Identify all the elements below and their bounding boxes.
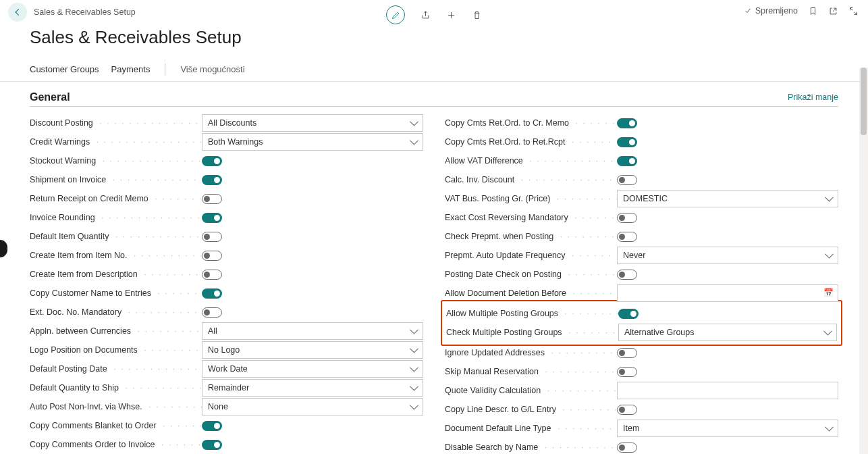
field-row: Skip Manual Reservation bbox=[445, 362, 838, 381]
toggle[interactable] bbox=[617, 443, 637, 453]
section-title: General bbox=[30, 91, 70, 103]
select[interactable]: Remainder bbox=[202, 379, 423, 397]
toggle[interactable] bbox=[202, 270, 222, 280]
select[interactable]: All bbox=[202, 322, 423, 340]
select[interactable]: All Discounts bbox=[202, 114, 423, 132]
toggle[interactable] bbox=[617, 175, 637, 185]
date-input[interactable] bbox=[617, 284, 838, 302]
field-row: Check Prepmt. when Posting bbox=[445, 227, 838, 246]
share-button[interactable] bbox=[420, 9, 431, 20]
select[interactable]: None bbox=[202, 398, 423, 415]
highlight-box: Allow Multiple Posting GroupsCheck Multi… bbox=[441, 300, 842, 346]
toggle[interactable] bbox=[202, 194, 222, 204]
field-row: Prepmt. Auto Update FrequencyNever bbox=[445, 246, 838, 265]
field-label: Copy Cmts Ret.Ord. to Cr. Memo bbox=[445, 118, 617, 128]
select[interactable]: Never bbox=[617, 247, 838, 264]
field-row: Copy Line Descr. to G/L Entry bbox=[445, 400, 838, 419]
edit-button[interactable] bbox=[386, 5, 405, 24]
toggle[interactable] bbox=[617, 405, 637, 415]
field-label: Allow Multiple Posting Groups bbox=[446, 309, 618, 318]
page-title: Sales & Receivables Setup bbox=[30, 27, 868, 48]
popout-button[interactable] bbox=[828, 5, 838, 16]
field-row: Logo Position on DocumentsNo Logo bbox=[30, 340, 423, 359]
toggle[interactable] bbox=[202, 251, 222, 261]
field-row: Allow Multiple Posting Groups bbox=[446, 304, 837, 323]
field-label: Copy Cmts Ret.Ord. to Ret.Rcpt bbox=[445, 137, 617, 147]
toggle[interactable] bbox=[202, 307, 222, 318]
field-row: Quote Validity Calculation bbox=[445, 381, 838, 400]
field-label: Default Quantity to Ship bbox=[30, 383, 202, 393]
field-row: Credit WarningsBoth Warnings bbox=[30, 132, 423, 151]
show-less-link[interactable]: Prikaži manje bbox=[788, 93, 838, 102]
select[interactable]: Alternative Groups bbox=[618, 324, 837, 341]
popout-icon bbox=[828, 6, 838, 16]
select[interactable]: Both Warnings bbox=[202, 133, 423, 151]
arrow-left-icon bbox=[13, 7, 22, 17]
check-icon bbox=[744, 7, 752, 15]
field-row: Exact Cost Reversing Mandatory bbox=[445, 208, 838, 227]
field-label: Copy Customer Name to Entries bbox=[30, 288, 202, 298]
toggle[interactable] bbox=[617, 213, 637, 223]
field-label: Allow VAT Difference bbox=[445, 156, 617, 166]
select[interactable]: DOMESTIC bbox=[617, 190, 838, 207]
field-row: Create Item from Item No. bbox=[30, 246, 423, 265]
field-label: Calc. Inv. Discount bbox=[445, 175, 617, 184]
breadcrumb: Sales & Receivables Setup bbox=[34, 7, 136, 17]
field-row: Invoice Rounding bbox=[30, 208, 423, 227]
toggle[interactable] bbox=[617, 348, 637, 358]
field-row: Default Quantity to ShipRemainder bbox=[30, 378, 423, 397]
field-label: Create Item from Item No. bbox=[30, 251, 202, 260]
toggle[interactable] bbox=[202, 288, 222, 299]
field-label: Prepmt. Auto Update Frequency bbox=[445, 251, 617, 260]
field-label: Copy Comments Order to Invoice bbox=[30, 440, 202, 449]
field-label: Document Default Line Type bbox=[445, 424, 617, 433]
field-label: Exact Cost Reversing Mandatory bbox=[445, 213, 617, 222]
toggle[interactable] bbox=[202, 440, 222, 450]
field-label: Skip Manual Reservation bbox=[445, 367, 617, 376]
toggle[interactable] bbox=[202, 175, 222, 185]
toggle[interactable] bbox=[617, 118, 637, 128]
toggle[interactable] bbox=[617, 137, 637, 147]
field-row: Disable Search by Name bbox=[445, 438, 838, 454]
back-button[interactable] bbox=[8, 3, 27, 22]
action-more[interactable]: Više mogućnosti bbox=[180, 64, 244, 74]
action-customer-groups[interactable]: Customer Groups bbox=[30, 64, 99, 74]
bookmark-icon bbox=[808, 6, 818, 16]
field-row: Appln. between CurrenciesAll bbox=[30, 322, 423, 340]
trash-icon bbox=[472, 10, 482, 20]
delete-button[interactable] bbox=[471, 9, 482, 20]
field-label: Allow Document Deletion Before bbox=[445, 288, 617, 298]
field-label: Logo Position on Documents bbox=[30, 345, 202, 355]
vertical-scrollbar-thumb[interactable] bbox=[861, 68, 867, 135]
text-input[interactable] bbox=[617, 382, 838, 399]
field-label: Stockout Warning bbox=[30, 156, 202, 166]
new-button[interactable] bbox=[445, 9, 456, 20]
select[interactable]: Item bbox=[617, 420, 838, 437]
toggle[interactable] bbox=[617, 232, 637, 242]
action-payments[interactable]: Payments bbox=[111, 64, 151, 74]
select[interactable]: No Logo bbox=[202, 341, 423, 359]
bookmark-button[interactable] bbox=[807, 5, 818, 16]
toggle[interactable] bbox=[617, 367, 637, 377]
field-row: Default Posting DateWork Date bbox=[30, 359, 423, 378]
field-row: Auto Post Non-Invt. via Whse.None bbox=[30, 397, 423, 416]
saved-status: Spremljeno bbox=[744, 6, 798, 16]
select[interactable]: Work Date bbox=[202, 360, 423, 378]
toggle[interactable] bbox=[618, 309, 639, 319]
toggle[interactable] bbox=[617, 270, 637, 280]
field-label: Auto Post Non-Invt. via Whse. bbox=[30, 402, 202, 411]
toggle[interactable] bbox=[202, 213, 222, 223]
field-row: Copy Comments Order to Invoice bbox=[30, 435, 423, 454]
field-label: Ext. Doc. No. Mandatory bbox=[30, 307, 202, 317]
toggle[interactable] bbox=[202, 232, 222, 242]
field-label: Default Posting Date bbox=[30, 364, 202, 374]
collapse-button[interactable] bbox=[848, 5, 859, 16]
field-row: Ignore Updated Addresses bbox=[445, 343, 838, 362]
field-label: Ignore Updated Addresses bbox=[445, 348, 617, 357]
toggle[interactable] bbox=[617, 156, 637, 166]
toggle[interactable] bbox=[202, 421, 222, 431]
field-row: VAT Bus. Posting Gr. (Price)DOMESTIC bbox=[445, 189, 838, 208]
toggle[interactable] bbox=[202, 156, 222, 166]
field-label: VAT Bus. Posting Gr. (Price) bbox=[445, 194, 617, 203]
field-label: Disable Search by Name bbox=[445, 443, 617, 452]
